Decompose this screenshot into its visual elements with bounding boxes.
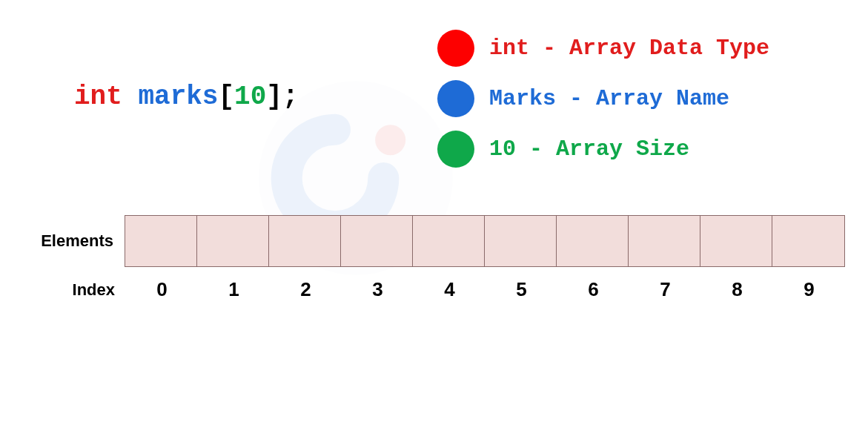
index-value: 8	[701, 278, 773, 301]
code-open-bracket: [	[218, 82, 234, 112]
array-cell	[629, 216, 700, 266]
legend-name-text: Marks - Array Name	[489, 86, 729, 111]
index-label: Index	[30, 280, 126, 300]
dot-red-icon	[437, 30, 474, 67]
elements-label: Elements	[30, 231, 125, 251]
code-array-name: marks	[138, 82, 218, 112]
array-cell	[772, 216, 844, 266]
index-value: 6	[557, 278, 629, 301]
array-declaration: int marks[10];	[74, 82, 299, 112]
elements-row: Elements	[30, 215, 845, 267]
array-cell	[700, 216, 772, 266]
legend-type-text: int - Array Data Type	[489, 36, 769, 61]
array-cell	[125, 216, 197, 266]
dot-green-icon	[437, 131, 474, 168]
index-value: 0	[126, 278, 198, 301]
index-value: 5	[486, 278, 557, 301]
code-array-size: 10	[234, 82, 266, 112]
index-value: 2	[270, 278, 342, 301]
svg-point-1	[375, 125, 405, 155]
array-cell	[197, 216, 269, 266]
code-close-bracket: ]	[266, 82, 282, 112]
indices-row: Index 0 1 2 3 4 5 6 7 8 9	[30, 278, 845, 301]
index-value: 9	[773, 278, 845, 301]
array-cell	[269, 216, 341, 266]
code-type-keyword: int	[74, 82, 122, 112]
array-cells	[125, 215, 845, 267]
index-value: 7	[629, 278, 701, 301]
array-cell	[341, 216, 413, 266]
index-value: 4	[414, 278, 486, 301]
array-cell	[557, 216, 629, 266]
array-visualization: Elements Index 0 1 2 3 4 5 6 7 8 9	[30, 215, 845, 312]
index-value: 1	[198, 278, 270, 301]
array-cell	[485, 216, 557, 266]
dot-blue-icon	[437, 80, 474, 117]
legend-row-size: 10 - Array Size	[437, 131, 769, 168]
index-value: 3	[342, 278, 414, 301]
array-indices: 0 1 2 3 4 5 6 7 8 9	[126, 278, 845, 301]
array-cell	[413, 216, 485, 266]
legend: int - Array Data Type Marks - Array Name…	[437, 30, 769, 181]
legend-size-text: 10 - Array Size	[489, 136, 689, 162]
legend-row-type: int - Array Data Type	[437, 30, 769, 67]
code-semicolon: ;	[282, 82, 299, 112]
legend-row-name: Marks - Array Name	[437, 80, 769, 117]
